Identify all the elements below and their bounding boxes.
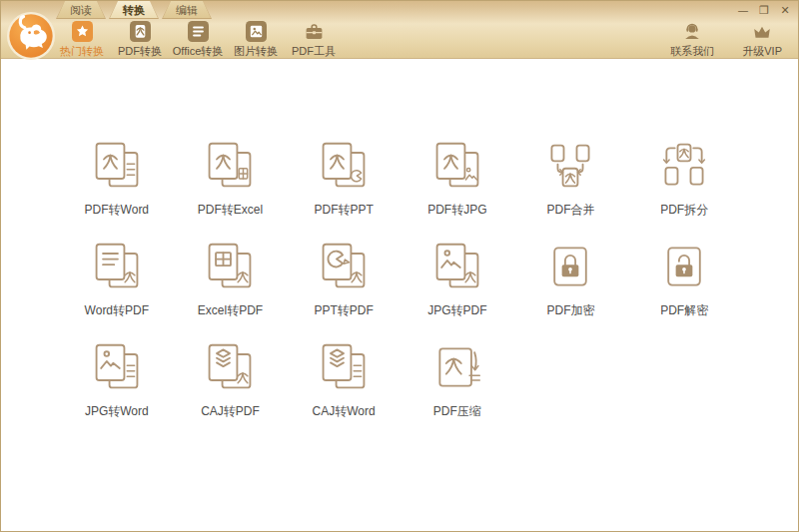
- toolbar-item-label: 热门转换: [60, 44, 104, 59]
- header-action-headset-person[interactable]: 联系我们: [670, 21, 714, 59]
- grid-item-pdf-encrypt[interactable]: PDF加密: [514, 229, 628, 329]
- caj-to-pdf-icon: [204, 341, 256, 393]
- grid-item-caj-to-pdf[interactable]: CAJ转PDF: [174, 329, 288, 430]
- crown-icon: [751, 21, 773, 42]
- grid-item-label: PDF合并: [546, 202, 594, 219]
- caj-to-word-icon: [318, 341, 370, 393]
- minimize-button[interactable]: —: [736, 4, 750, 18]
- ppt-to-pdf-icon: [318, 241, 370, 292]
- grid-item-pdf-compress[interactable]: PDF压缩: [400, 329, 514, 430]
- pdf-to-excel-icon: [204, 140, 256, 192]
- grid-item-label: PDF转Excel: [198, 202, 263, 219]
- tab-edit[interactable]: 编辑: [162, 1, 212, 19]
- toolbar-item-label: 图片转换: [234, 44, 278, 59]
- pdf-merge-icon: [544, 140, 596, 192]
- tab-label: 转换: [109, 1, 159, 19]
- excel-to-pdf-icon: [204, 241, 256, 292]
- title-tab-strip: 阅读转换编辑: [56, 1, 212, 19]
- close-button[interactable]: ✕: [778, 4, 792, 18]
- grid-item-word-to-pdf[interactable]: Word转PDF: [60, 229, 174, 329]
- tab-label: 阅读: [56, 1, 106, 19]
- grid-item-caj-to-word[interactable]: CAJ转Word: [287, 329, 400, 430]
- pdf-to-ppt-icon: [318, 140, 370, 192]
- grid-item-pdf-to-word[interactable]: PDF转Word: [60, 128, 174, 229]
- window-controls: — ❐ ✕: [736, 4, 792, 18]
- toolbar-item-label: PDF转换: [118, 44, 162, 59]
- toolbar: 热门转换PDF转换Office转换图片转换PDF工具: [53, 21, 343, 59]
- toolbar-item-label: PDF工具: [292, 44, 336, 59]
- grid-item-label: Word转PDF: [85, 302, 149, 319]
- grid-item-jpg-to-word[interactable]: JPG转Word: [60, 329, 174, 430]
- tab-convert[interactable]: 转换: [109, 1, 159, 19]
- header-action-label: 升级VIP: [742, 44, 782, 59]
- word-to-pdf-icon: [91, 241, 143, 292]
- grid-item-label: JPG转Word: [85, 403, 149, 420]
- grid-item-excel-to-pdf[interactable]: Excel转PDF: [174, 229, 288, 329]
- header-action-label: 联系我们: [670, 44, 714, 59]
- pdf-split-icon: [658, 140, 710, 192]
- toolbox-icon: [304, 21, 325, 42]
- app-window: { "window": { "controls": { "minimize": …: [0, 0, 799, 532]
- image-file-icon: [246, 21, 267, 42]
- grid-item-label: PDF转PPT: [314, 202, 373, 219]
- grid-item-label: PDF解密: [660, 302, 708, 319]
- toolbar-item-star[interactable]: 热门转换: [53, 21, 111, 59]
- pdf-file-icon: [130, 21, 151, 42]
- grid-item-label: PDF拆分: [660, 202, 708, 219]
- toolbar-item-label: Office转换: [173, 44, 224, 59]
- jpg-to-word-icon: [91, 341, 143, 393]
- toolbar-item-pdf-file[interactable]: PDF转换: [111, 21, 169, 59]
- grid-item-label: PDF转Word: [85, 202, 149, 219]
- headset-person-icon: [681, 21, 703, 42]
- grid-item-ppt-to-pdf[interactable]: PPT转PDF: [287, 229, 400, 329]
- conversion-grid: PDF转WordPDF转ExcelPDF转PPTPDF转JPGPDF合并PDF拆…: [60, 128, 741, 430]
- pdf-to-jpg-icon: [431, 140, 483, 192]
- grid-item-pdf-decrypt[interactable]: PDF解密: [627, 229, 741, 329]
- pdf-encrypt-icon: [544, 241, 596, 292]
- app-logo-icon[interactable]: [6, 11, 56, 61]
- grid-item-pdf-to-jpg[interactable]: PDF转JPG: [400, 128, 514, 229]
- tab-read[interactable]: 阅读: [56, 1, 106, 19]
- grid-item-label: PDF转JPG: [427, 202, 486, 219]
- maximize-button[interactable]: ❐: [757, 4, 771, 18]
- grid-item-label: Excel转PDF: [198, 302, 263, 319]
- header-right-actions: 联系我们升级VIP: [670, 21, 782, 59]
- header-action-crown[interactable]: 升级VIP: [742, 21, 782, 59]
- toolbar-item-image-file[interactable]: 图片转换: [227, 21, 285, 59]
- grid-item-label: CAJ转PDF: [201, 403, 260, 420]
- grid-item-label: PDF加密: [546, 302, 594, 319]
- header: 阅读转换编辑 热门转换PDF转换Office转换图片转换PDF工具 联系我们升级…: [1, 1, 798, 59]
- grid-item-label: PDF压缩: [433, 403, 481, 420]
- grid-item-pdf-split[interactable]: PDF拆分: [627, 128, 741, 229]
- toolbar-item-office-doc[interactable]: Office转换: [169, 21, 227, 59]
- pdf-to-word-icon: [91, 140, 143, 192]
- star-icon: [72, 21, 93, 42]
- grid-item-label: JPG转PDF: [427, 302, 486, 319]
- office-doc-icon: [188, 21, 209, 42]
- grid-item-pdf-to-excel[interactable]: PDF转Excel: [174, 128, 288, 229]
- pdf-compress-icon: [431, 341, 483, 393]
- toolbar-item-toolbox[interactable]: PDF工具: [285, 21, 343, 59]
- grid-item-label: CAJ转Word: [313, 403, 376, 420]
- tab-label: 编辑: [162, 1, 212, 19]
- grid-item-pdf-to-ppt[interactable]: PDF转PPT: [287, 128, 400, 229]
- jpg-to-pdf-icon: [431, 241, 483, 292]
- pdf-decrypt-icon: [658, 241, 710, 292]
- grid-item-pdf-merge[interactable]: PDF合并: [514, 128, 628, 229]
- grid-item-jpg-to-pdf[interactable]: JPG转PDF: [400, 229, 514, 329]
- grid-item-label: PPT转PDF: [314, 302, 373, 319]
